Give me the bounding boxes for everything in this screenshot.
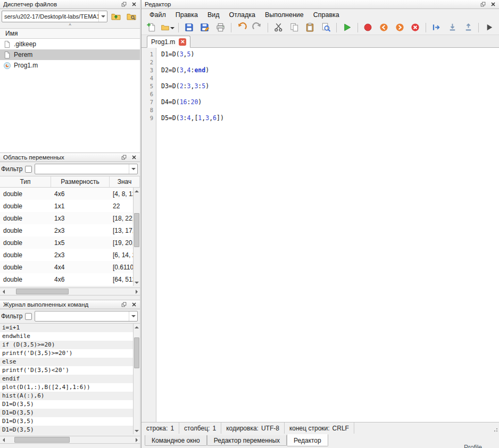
close-icon[interactable] xyxy=(130,301,138,308)
continue-button[interactable] xyxy=(483,21,496,34)
scroll-right-icon[interactable] xyxy=(133,288,140,295)
one-directory-up-button[interactable] xyxy=(109,10,123,23)
next-breakpoint-button[interactable] xyxy=(393,21,406,34)
tab-prog1-m[interactable]: Prog1.m ✕ xyxy=(147,36,190,48)
variable-row[interactable]: double1x5[19, 20, 2 xyxy=(0,236,133,249)
step-button[interactable] xyxy=(430,21,443,34)
undock-icon[interactable] xyxy=(120,301,128,308)
resize-grip[interactable] xyxy=(496,430,497,432)
variable-row[interactable]: double4x4[0.6110, xyxy=(0,261,133,273)
column-header[interactable]: Размерность xyxy=(51,176,110,187)
menu-item[interactable]: Правка xyxy=(171,10,203,20)
scroll-down-icon[interactable] xyxy=(134,427,140,434)
print-button[interactable] xyxy=(214,21,227,34)
new-script-button[interactable] xyxy=(145,21,158,34)
menu-item[interactable]: Отладка xyxy=(224,10,260,20)
scroll-up-icon[interactable] xyxy=(134,188,140,195)
chevron-down-icon[interactable] xyxy=(98,11,107,22)
save-as-button[interactable] xyxy=(198,21,211,34)
history-item[interactable]: D1=D(3,5) xyxy=(0,409,133,417)
file-browser-titlebar[interactable]: Диспетчер файлов xyxy=(0,0,140,9)
undock-icon[interactable] xyxy=(479,1,487,8)
filter-combobox[interactable] xyxy=(35,164,138,174)
file-row[interactable]: Prog1.m xyxy=(0,60,140,71)
variable-row[interactable]: double2x3[13, 17, 2 xyxy=(0,224,133,236)
scrollbar-thumb[interactable] xyxy=(14,437,70,443)
menu-item[interactable]: Файл xyxy=(145,10,171,20)
variable-row[interactable]: double4x6[4, 8, 12, xyxy=(0,188,133,200)
run-script-button[interactable] xyxy=(340,21,354,34)
filter-checkbox[interactable] xyxy=(25,166,32,173)
history-item[interactable]: else xyxy=(0,358,133,366)
filter-checkbox[interactable] xyxy=(25,313,32,320)
scrollbar-thumb[interactable] xyxy=(16,289,69,294)
undo-button[interactable] xyxy=(235,21,248,34)
vertical-scrollbar[interactable] xyxy=(133,324,140,434)
bottom-tab[interactable]: Редактор xyxy=(287,434,328,446)
file-row[interactable]: Perem xyxy=(0,49,140,60)
variable-row[interactable]: double4x6[64, 512, xyxy=(0,273,133,285)
scroll-down-icon[interactable] xyxy=(134,279,140,286)
redo-button[interactable] xyxy=(251,21,264,34)
filter-combobox[interactable] xyxy=(35,311,138,322)
menu-item[interactable]: Вид xyxy=(203,10,224,20)
step-in-button[interactable] xyxy=(446,21,459,34)
variable-row[interactable]: double1x3[18, 22, 2 xyxy=(0,212,133,224)
horizontal-scrollbar[interactable] xyxy=(0,288,140,295)
chevron-down-icon[interactable] xyxy=(129,164,137,174)
browse-directories-button[interactable] xyxy=(124,10,138,23)
close-icon[interactable] xyxy=(489,1,497,8)
vertical-scrollbar[interactable] xyxy=(133,188,140,286)
save-button[interactable] xyxy=(182,21,196,34)
code-editor[interactable]: D1=D(3,5)D2=D(3,4:end)D3=D(2:3,3:5)D4=D(… xyxy=(156,48,499,422)
history-item[interactable]: printf('D(3,5)>=20') xyxy=(0,349,133,358)
toggle-breakpoint-button[interactable] xyxy=(362,21,375,34)
copy-button[interactable] xyxy=(288,21,301,34)
undock-icon[interactable] xyxy=(120,1,128,8)
history-item[interactable]: i=i+1 xyxy=(0,324,133,332)
step-out-button[interactable] xyxy=(462,21,475,34)
remove-all-breakpoints-button[interactable] xyxy=(409,21,422,34)
open-file-button[interactable] xyxy=(161,21,174,34)
history-item[interactable]: printf('D(3,5)<20') xyxy=(0,366,133,375)
history-item[interactable]: D1=D(3,5) xyxy=(0,400,133,409)
scroll-up-icon[interactable] xyxy=(134,324,140,331)
scroll-left-icon[interactable] xyxy=(0,288,7,295)
menu-item[interactable]: Выполнение xyxy=(260,10,309,20)
bottom-tab[interactable]: Командное окно xyxy=(145,435,207,446)
file-row[interactable]: .gitkeep xyxy=(0,39,140,49)
history-item[interactable]: if (D(3,5)>=20) xyxy=(0,341,133,349)
workspace-titlebar[interactable]: Область переменных xyxy=(0,153,140,162)
history-item[interactable]: plot(D(1,:),B([2,4],1:6)) xyxy=(0,383,133,392)
scrollbar-thumb[interactable] xyxy=(134,213,139,247)
column-header[interactable]: Знач xyxy=(110,176,140,187)
variable-row[interactable]: double2x3[6, 14, 26 xyxy=(0,249,133,261)
column-header[interactable]: Тип xyxy=(0,176,51,187)
horizontal-scrollbar[interactable] xyxy=(0,436,140,444)
history-item[interactable]: D1=D(3,5) xyxy=(0,426,133,434)
history-item[interactable]: endif xyxy=(0,375,133,383)
history-item[interactable]: endwhile xyxy=(0,332,133,341)
close-icon[interactable] xyxy=(130,154,138,161)
cut-button[interactable] xyxy=(272,21,285,34)
history-item[interactable]: D1=D(3,5) xyxy=(0,417,133,426)
undock-icon[interactable] xyxy=(120,154,128,161)
history-item[interactable]: hist(A(:),6) xyxy=(0,392,133,400)
find-and-replace-button[interactable] xyxy=(319,21,332,34)
close-tab-icon[interactable]: ✕ xyxy=(179,38,186,46)
scrollbar-thumb[interactable] xyxy=(134,337,139,368)
close-icon[interactable] xyxy=(130,1,138,8)
previous-breakpoint-button[interactable] xyxy=(377,21,390,34)
chevron-down-icon[interactable] xyxy=(170,27,174,31)
scroll-left-icon[interactable] xyxy=(0,436,7,443)
file-list-header[interactable]: Имя xyxy=(0,28,140,39)
history-titlebar[interactable]: Журнал выполненных команд xyxy=(0,300,140,309)
paste-button[interactable] xyxy=(303,21,317,34)
menu-item[interactable]: Справка xyxy=(309,10,344,20)
editor-titlebar[interactable]: Редактор xyxy=(142,0,499,9)
scroll-right-icon[interactable] xyxy=(133,436,140,443)
variable-row[interactable]: double1x122 xyxy=(0,200,133,212)
current-directory-combobox[interactable]: sers/u202-17/Desktop/it-labs/TEMA1 xyxy=(2,11,107,22)
bottom-tab[interactable]: Редактор переменных xyxy=(207,435,287,446)
line-number-gutter[interactable]: 123456789 xyxy=(142,48,156,422)
